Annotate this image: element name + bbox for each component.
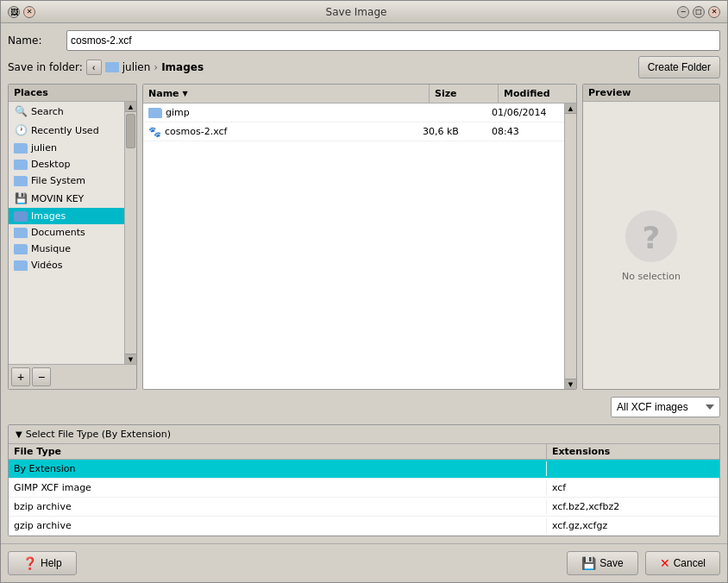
help-label: Help [41, 557, 62, 569]
preview-icon: ? [624, 209, 679, 264]
sidebar-item-file-system-label: File System [31, 175, 85, 186]
places-scrollbar[interactable]: ▲ ▼ [124, 102, 136, 364]
filetype-select[interactable]: All XCF images By Extension GIMP XCF ima… [611, 397, 720, 417]
files-col-size[interactable]: Size [430, 85, 499, 103]
file-scroll-up-icon[interactable]: ▲ [565, 103, 576, 114]
files-panel: Name ▼ Size Modified [142, 84, 577, 390]
titlebar-buttons: − □ ✕ [677, 6, 720, 18]
sidebar-item-recently-used-label: Recently Used [31, 125, 99, 136]
ft-row-by-extension[interactable]: By Extension [9, 460, 719, 479]
no-selection-text: No selection [622, 271, 681, 282]
minimize-icon[interactable]: − [677, 6, 689, 18]
save-in-label: Save in folder: [8, 61, 83, 73]
file-type-toggle-label: Select File Type (By Extension) [26, 429, 171, 440]
ft-cell-ext: xcf.bz2,xcfbz2 [547, 499, 719, 514]
breadcrumb-current[interactable]: Images [161, 61, 204, 73]
close-icon[interactable]: ✕ [23, 6, 35, 18]
sidebar-item-julien[interactable]: julien [9, 140, 124, 156]
add-bookmark-button[interactable]: + [11, 367, 30, 386]
folder-nav: Save in folder: ‹ julien › Images [8, 60, 204, 75]
files-list: gimp 01/06/2014 🐾 cosmos-2.xcf 30,6 kB [143, 103, 564, 389]
ft-cell-ext: xcf [547, 480, 719, 495]
col-size-label: Size [435, 88, 457, 99]
ft-cell-type: GIMP XCF image [9, 480, 547, 495]
dialog-body: Name: Save in folder: ‹ julien › Images … [1, 23, 727, 543]
sidebar-item-videos-label: Vidéos [31, 260, 63, 271]
files-content: gimp 01/06/2014 🐾 cosmos-2.xcf 30,6 kB [143, 103, 576, 389]
back-button[interactable]: ‹ [86, 60, 102, 75]
scroll-up-icon[interactable]: ▲ [125, 102, 136, 112]
file-type-toggle[interactable]: ▼ Select File Type (By Extension) [9, 425, 719, 444]
places-header: Places [9, 85, 136, 102]
files-scrollbar[interactable]: ▲ ▼ [564, 103, 576, 389]
sidebar-item-movin-key[interactable]: 💾 MOVIN KEY [9, 189, 124, 208]
close-button-icon[interactable]: ✕ [708, 6, 720, 18]
ft-col-type: File Type [9, 444, 547, 459]
sidebar-item-recently-used[interactable]: 🕐 Recently Used [9, 121, 124, 140]
maximize-icon[interactable]: □ [693, 6, 705, 18]
list-item[interactable]: 🐾 cosmos-2.xcf 30,6 kB 08:43 [143, 122, 564, 141]
sidebar-item-search[interactable]: 🔍 Search [9, 102, 124, 121]
window-title: Save Image [35, 6, 677, 18]
folder-icon [14, 260, 28, 271]
breadcrumb: julien › Images [105, 61, 204, 73]
main-area: Places 🔍 Search 🕐 Recently Used [8, 84, 720, 390]
ft-cell-type: bzip archive [9, 499, 547, 514]
file-name: gimp [166, 107, 190, 118]
window-icon: 🖼 [8, 6, 20, 18]
name-label: Name: [8, 34, 60, 47]
folder-icon [14, 176, 28, 186]
sidebar-item-documents[interactable]: Documents [9, 224, 124, 241]
sidebar-item-musique[interactable]: Musique [9, 241, 124, 257]
files-header: Name ▼ Size Modified [143, 85, 576, 103]
sidebar-item-file-system[interactable]: File System [9, 172, 124, 189]
file-modified-cell: 01/06/2014 [486, 105, 564, 120]
file-type-table: File Type Extensions By Extension GIMP X… [9, 444, 719, 536]
list-item[interactable]: gimp 01/06/2014 [143, 103, 564, 122]
save-icon: 💾 [581, 556, 596, 570]
ft-row-gimp-xcf[interactable]: GIMP XCF image xcf [9, 479, 719, 498]
ft-row-gzip[interactable]: gzip archive xcf.gz,xcfgz [9, 517, 719, 536]
ft-cell-type: By Extension [9, 461, 547, 476]
file-scroll-down-icon[interactable]: ▼ [565, 379, 576, 389]
filetype-container: All XCF images By Extension GIMP XCF ima… [611, 397, 720, 417]
save-button[interactable]: 💾 Save [567, 551, 637, 575]
ft-col-ext: Extensions [547, 444, 719, 459]
file-modified-cell: 08:43 [486, 124, 564, 139]
files-col-modified[interactable]: Modified [499, 85, 576, 103]
scroll-down-icon[interactable]: ▼ [125, 354, 136, 364]
xcf-file-icon: 🐾 [148, 126, 161, 138]
titlebar: 🖼 ✕ Save Image − □ ✕ [1, 1, 727, 23]
folder-icon [14, 211, 28, 222]
sidebar-item-images[interactable]: Images [9, 208, 124, 224]
ft-cell-type: gzip archive [9, 518, 547, 533]
cancel-label: Cancel [674, 557, 706, 569]
files-col-name[interactable]: Name ▼ [143, 85, 430, 103]
preview-panel: Preview ? No selection [582, 84, 720, 390]
ft-row-bzip[interactable]: bzip archive xcf.bz2,xcfbz2 [9, 498, 719, 517]
places-buttons: + − [9, 364, 136, 389]
places-scroll-area: 🔍 Search 🕐 Recently Used julien [9, 102, 136, 364]
help-button[interactable]: ❓ Help [8, 551, 77, 575]
drive-icon: 💾 [14, 191, 28, 205]
create-folder-button[interactable]: Create Folder [638, 56, 720, 78]
scroll-thumb[interactable] [126, 114, 135, 148]
folder-icon [148, 108, 162, 118]
sidebar-item-images-label: Images [31, 210, 66, 222]
col-modified-label: Modified [504, 88, 550, 99]
sidebar-item-desktop[interactable]: Desktop [9, 156, 124, 172]
sidebar-item-julien-label: julien [31, 142, 57, 154]
file-name: cosmos-2.xcf [165, 126, 227, 137]
footer-right-buttons: 💾 Save ✕ Cancel [567, 551, 720, 575]
folder-icon [14, 143, 28, 154]
breadcrumb-parent[interactable]: julien [122, 61, 151, 73]
sort-arrow-icon: ▼ [183, 90, 188, 97]
col-name-label: Name [148, 88, 179, 99]
remove-bookmark-button[interactable]: − [32, 367, 51, 386]
folder-icon [14, 160, 28, 170]
ft-cell-ext [547, 467, 719, 471]
name-input[interactable] [66, 30, 720, 51]
file-type-section: ▼ Select File Type (By Extension) File T… [8, 424, 720, 536]
sidebar-item-videos[interactable]: Vidéos [9, 257, 124, 273]
cancel-button[interactable]: ✕ Cancel [645, 551, 720, 575]
